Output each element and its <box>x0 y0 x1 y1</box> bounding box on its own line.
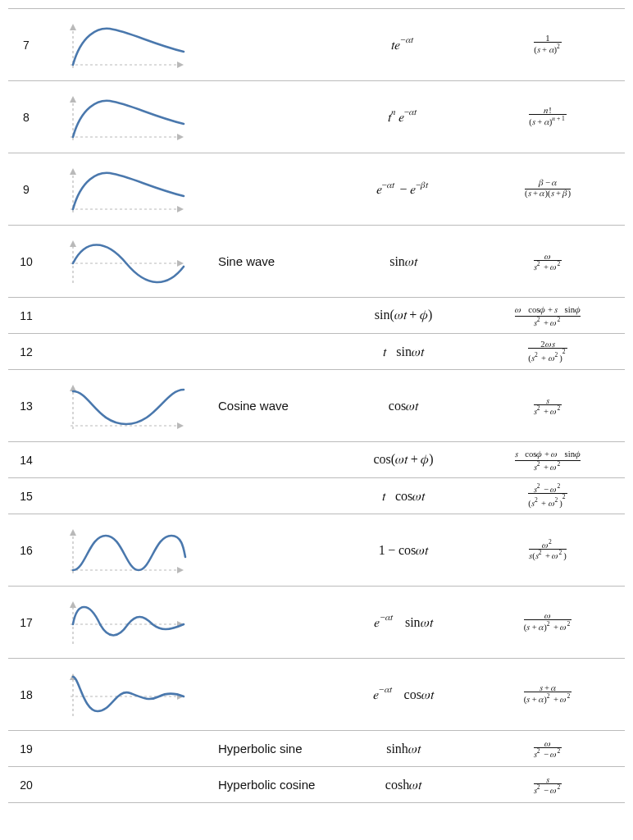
svg-marker-21 <box>177 567 184 573</box>
row-transform: ωs2+ω2 <box>471 226 625 298</box>
row-transform: ω cos⁡ϕ+s sin⁡ϕs2+ω2 <box>471 298 625 334</box>
row-function: cos(ωt+ϕ) <box>336 442 471 478</box>
table-row: 18e−αt cos⁡ωts+α(s+α)2+ω2 <box>8 659 625 731</box>
row-function: sin(ωt+ϕ) <box>336 298 471 334</box>
svg-marker-13 <box>177 260 184 267</box>
row-function: te−αt <box>336 9 471 81</box>
row-name <box>208 659 336 731</box>
svg-marker-5 <box>177 134 184 140</box>
row-name: Hyperbolic cosine <box>208 767 336 803</box>
row-function: tne−αt <box>336 81 471 153</box>
row-transform: ωs2−ω2 <box>471 731 625 767</box>
row-transform: ω(s+α)2+ω2 <box>471 587 625 659</box>
table-row: 15t cos⁡ωts2−ω2(s2+ω2)2 <box>8 478 625 514</box>
row-graph <box>44 153 208 226</box>
svg-marker-9 <box>177 206 184 212</box>
row-name <box>208 442 336 478</box>
graph-damped-cosine <box>61 669 192 721</box>
row-graph <box>44 514 208 587</box>
row-number: 17 <box>8 587 44 659</box>
table-row: 19Hyperbolic sinesinh⁡ωtωs2−ω2 <box>8 731 625 767</box>
table-row: 10Sine wavesin⁡ωtωs2+ω2 <box>8 226 625 298</box>
row-graph <box>44 659 208 731</box>
row-function: sinh⁡ωt <box>336 731 471 767</box>
svg-marker-15 <box>70 240 76 247</box>
row-transform: 2ωs(s2+ω2)2 <box>471 334 625 370</box>
row-name: Sine wave <box>208 226 336 298</box>
row-transform: β−α(s+α)(s+β) <box>471 153 625 226</box>
graph-damped-sine <box>61 596 192 649</box>
row-graph <box>44 587 208 659</box>
svg-marker-1 <box>177 62 184 68</box>
table-row: 8tne−αtn!(s+α)n+1 <box>8 81 625 153</box>
row-name: Hyperbolic sine <box>208 731 336 767</box>
row-graph <box>44 767 208 803</box>
table-row: 12t sin⁡ωt2ωs(s2+ω2)2 <box>8 334 625 370</box>
laplace-transform-table: 7te−αt1(s+α)28tne−αtn!(s+α)n+19e−αt−e−βt… <box>8 8 625 803</box>
row-name <box>208 334 336 370</box>
row-transform: 1(s+α)2 <box>471 9 625 81</box>
row-function: sin⁡ωt <box>336 226 471 298</box>
row-function: cosh⁡ωt <box>336 767 471 803</box>
row-transform: ω2s(s2+ω2) <box>471 514 625 587</box>
row-number: 18 <box>8 659 44 731</box>
row-number: 10 <box>8 226 44 298</box>
graph-sine <box>61 235 192 288</box>
row-graph <box>44 81 208 153</box>
row-graph <box>44 9 208 81</box>
svg-marker-23 <box>70 529 76 536</box>
row-function: e−αt cos⁡ωt <box>336 659 471 731</box>
row-transform: s2−ω2(s2+ω2)2 <box>471 478 625 514</box>
row-name <box>208 587 336 659</box>
row-number: 7 <box>8 9 44 81</box>
row-graph <box>44 226 208 298</box>
row-transform: ss2+ω2 <box>471 370 625 442</box>
graph-decay-hump <box>61 91 192 144</box>
row-number: 12 <box>8 334 44 370</box>
row-transform: n!(s+α)n+1 <box>471 81 625 153</box>
row-name: Cosine wave <box>208 370 336 442</box>
row-number: 19 <box>8 731 44 767</box>
row-number: 13 <box>8 370 44 442</box>
row-graph <box>44 478 208 514</box>
table-row: 13Cosine wavecos⁡ωtss2+ω2 <box>8 370 625 442</box>
row-name <box>208 298 336 334</box>
row-number: 8 <box>8 81 44 153</box>
svg-marker-11 <box>70 168 76 175</box>
svg-marker-27 <box>70 601 76 608</box>
row-function: cos⁡ωt <box>336 370 471 442</box>
row-graph <box>44 298 208 334</box>
row-name <box>208 153 336 226</box>
svg-marker-7 <box>70 96 76 103</box>
graph-one-minus-cos <box>61 524 192 577</box>
row-name <box>208 9 336 81</box>
table-row: 7te−αt1(s+α)2 <box>8 9 625 81</box>
row-name <box>208 81 336 153</box>
row-graph <box>44 731 208 767</box>
row-number: 15 <box>8 478 44 514</box>
row-transform: ss2−ω2 <box>471 767 625 803</box>
row-transform: s cos⁡ϕ+ω sin⁡ϕs2+ω2 <box>471 442 625 478</box>
table-row: 9e−αt−e−βtβ−α(s+α)(s+β) <box>8 153 625 226</box>
table-row: 17e−αt sin⁡ωtω(s+α)2+ω2 <box>8 587 625 659</box>
row-graph <box>44 370 208 442</box>
table-row: 11sin(ωt+ϕ)ω cos⁡ϕ+s sin⁡ϕs2+ω2 <box>8 298 625 334</box>
row-graph <box>44 442 208 478</box>
row-transform: s+α(s+α)2+ω2 <box>471 659 625 731</box>
row-function: e−αt sin⁡ωt <box>336 587 471 659</box>
table-row: 14cos(ωt+ϕ)s cos⁡ϕ+ω sin⁡ϕs2+ω2 <box>8 442 625 478</box>
row-function: e−αt−e−βt <box>336 153 471 226</box>
graph-decay-hump <box>61 19 192 71</box>
row-graph <box>44 334 208 370</box>
row-function: t sin⁡ωt <box>336 334 471 370</box>
row-number: 20 <box>8 767 44 803</box>
svg-marker-17 <box>177 422 184 429</box>
graph-decay-hump <box>61 163 192 216</box>
table-row: 161−cos⁡ωtω2s(s2+ω2) <box>8 514 625 587</box>
row-function: 1−cos⁡ωt <box>336 514 471 587</box>
row-function: t cos⁡ωt <box>336 478 471 514</box>
graph-cosine <box>61 380 192 432</box>
table-row: 20Hyperbolic cosinecosh⁡ωtss2−ω2 <box>8 767 625 803</box>
row-name <box>208 514 336 587</box>
row-number: 11 <box>8 298 44 334</box>
